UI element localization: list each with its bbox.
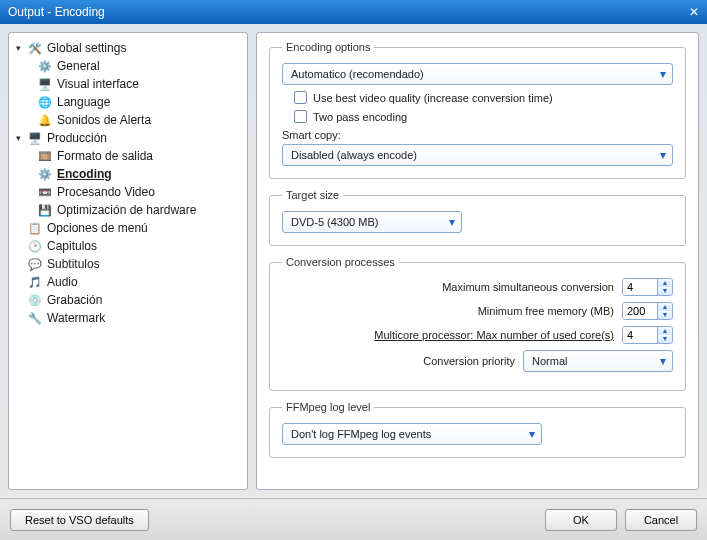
checkbox-icon[interactable] (294, 110, 307, 123)
multicore-label: Multicore processor: Max number of used … (374, 329, 614, 341)
tree-label: Visual interface (57, 77, 139, 91)
tree-label: Global settings (47, 41, 126, 55)
min-mem-label: Minimum free memory (MB) (478, 305, 614, 317)
video-icon: 📼 (37, 184, 53, 200)
target-size-group: Target size DVD-5 (4300 MB) ▾ (269, 189, 686, 246)
settings-panel: Encoding options Automatico (recomendado… (256, 32, 699, 490)
chevron-down-icon: ▾ (660, 67, 666, 81)
tree-item-global-settings[interactable]: ▾ 🛠️ Global settings (13, 39, 243, 57)
chevron-down-icon: ▾ (660, 354, 666, 368)
tree-item-subtitles[interactable]: 💬 Subtitulos (13, 255, 243, 273)
encoding-options-group: Encoding options Automatico (recomendado… (269, 41, 686, 179)
tree-label: Optimización de hardware (57, 203, 196, 217)
tree-label: Procesando Video (57, 185, 155, 199)
tree-label: Language (57, 95, 110, 109)
best-quality-checkbox-row[interactable]: Use best video quality (increase convers… (282, 91, 673, 104)
max-simul-label: Maximum simultaneous conversion (442, 281, 614, 293)
gear-icon: ⚙️ (37, 58, 53, 74)
spin-down-icon[interactable]: ▼ (658, 287, 672, 295)
min-mem-input[interactable] (623, 303, 657, 319)
priority-label: Conversion priority (423, 355, 515, 367)
combo-value: DVD-5 (4300 MB) (291, 216, 378, 228)
tree-item-audio[interactable]: 🎵 Audio (13, 273, 243, 291)
encoding-mode-combo[interactable]: Automatico (recomendado) ▾ (282, 63, 673, 85)
tree-label: Grabación (47, 293, 102, 307)
dialog-body: ▾ 🛠️ Global settings ⚙️ General 🖥️ Visua… (0, 24, 707, 498)
tree-item-chapters[interactable]: 🕑 Capitulos (13, 237, 243, 255)
tree-item-alert-sounds[interactable]: 🔔 Sonidos de Alerta (13, 111, 243, 129)
tree-item-general[interactable]: ⚙️ General (13, 57, 243, 75)
clock-icon: 🕑 (27, 238, 43, 254)
ffmpeg-legend: FFMpeg log level (282, 401, 374, 413)
tree-label: Opciones de menú (47, 221, 148, 235)
expand-icon[interactable]: ▾ (13, 43, 23, 53)
display-icon: 🖥️ (37, 76, 53, 92)
target-size-legend: Target size (282, 189, 343, 201)
checkbox-icon[interactable] (294, 91, 307, 104)
tree-item-visual-interface[interactable]: 🖥️ Visual interface (13, 75, 243, 93)
tree-item-recording[interactable]: 💿 Grabación (13, 291, 243, 309)
tree-item-watermark[interactable]: 🔧 Watermark (13, 309, 243, 327)
priority-combo[interactable]: Normal ▾ (523, 350, 673, 372)
chip-icon: 💾 (37, 202, 53, 218)
spin-up-icon[interactable]: ▲ (658, 279, 672, 287)
conversion-processes-group: Conversion processes Maximum simultaneou… (269, 256, 686, 391)
two-pass-checkbox-row[interactable]: Two pass encoding (282, 110, 673, 123)
min-mem-spinner[interactable]: ▲▼ (622, 302, 673, 320)
chevron-down-icon: ▾ (660, 148, 666, 162)
conversion-legend: Conversion processes (282, 256, 399, 268)
tree-item-processing-video[interactable]: 📼 Procesando Video (13, 183, 243, 201)
smart-copy-label: Smart copy: (282, 129, 673, 141)
tree-item-language[interactable]: 🌐 Language (13, 93, 243, 111)
expand-icon[interactable]: ▾ (13, 133, 23, 143)
cog-icon: ⚙️ (37, 166, 53, 182)
titlebar: Output - Encoding ✕ (0, 0, 707, 24)
wrench-icon: 🔧 (27, 310, 43, 326)
tree-item-encoding[interactable]: ⚙️ Encoding (13, 165, 243, 183)
spin-up-icon[interactable]: ▲ (658, 327, 672, 335)
category-tree: ▾ 🛠️ Global settings ⚙️ General 🖥️ Visua… (8, 32, 248, 490)
smart-copy-combo[interactable]: Disabled (always encode) ▾ (282, 144, 673, 166)
spin-down-icon[interactable]: ▼ (658, 311, 672, 319)
monitor-icon: 🖥️ (27, 130, 43, 146)
tree-label: Capitulos (47, 239, 97, 253)
disc-icon: 💿 (27, 292, 43, 308)
tools-icon: 🛠️ (27, 40, 43, 56)
target-size-combo[interactable]: DVD-5 (4300 MB) ▾ (282, 211, 462, 233)
subtitle-icon: 💬 (27, 256, 43, 272)
tree-label: General (57, 59, 100, 73)
multicore-input[interactable] (623, 327, 657, 343)
note-icon: 🎵 (27, 274, 43, 290)
spin-down-icon[interactable]: ▼ (658, 335, 672, 343)
tree-item-hardware-opt[interactable]: 💾 Optimización de hardware (13, 201, 243, 219)
chevron-down-icon: ▾ (449, 215, 455, 229)
globe-icon: 🌐 (37, 94, 53, 110)
ffmpeg-log-combo[interactable]: Don't log FFMpeg log events ▾ (282, 423, 542, 445)
tree-item-menu-options[interactable]: 📋 Opciones de menú (13, 219, 243, 237)
window-title: Output - Encoding (8, 5, 105, 19)
ok-button[interactable]: OK (545, 509, 617, 531)
reset-defaults-button[interactable]: Reset to VSO defaults (10, 509, 149, 531)
speaker-icon: 🔔 (37, 112, 53, 128)
tree-label: Producción (47, 131, 107, 145)
tree-item-output-format[interactable]: 🎞️ Formato de salida (13, 147, 243, 165)
combo-value: Automatico (recomendado) (291, 68, 424, 80)
spin-up-icon[interactable]: ▲ (658, 303, 672, 311)
tree-label: Subtitulos (47, 257, 100, 271)
multicore-spinner[interactable]: ▲▼ (622, 326, 673, 344)
dialog-footer: Reset to VSO defaults OK Cancel (0, 498, 707, 540)
cancel-button[interactable]: Cancel (625, 509, 697, 531)
check-label: Two pass encoding (313, 111, 407, 123)
tree-item-production[interactable]: ▾ 🖥️ Producción (13, 129, 243, 147)
combo-value: Disabled (always encode) (291, 149, 417, 161)
check-label: Use best video quality (increase convers… (313, 92, 553, 104)
tree-label: Encoding (57, 167, 112, 181)
max-simul-input[interactable] (623, 279, 657, 295)
max-simul-spinner[interactable]: ▲▼ (622, 278, 673, 296)
list-icon: 📋 (27, 220, 43, 236)
combo-value: Don't log FFMpeg log events (291, 428, 431, 440)
tree-label: Audio (47, 275, 78, 289)
tree-label: Formato de salida (57, 149, 153, 163)
close-icon[interactable]: ✕ (689, 5, 699, 19)
ffmpeg-log-group: FFMpeg log level Don't log FFMpeg log ev… (269, 401, 686, 458)
